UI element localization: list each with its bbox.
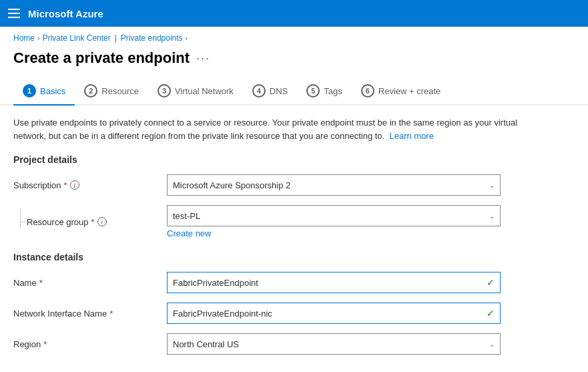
resource-group-select[interactable]: test-PL ⌄	[167, 205, 501, 226]
breadcrumb-home[interactable]: Home	[13, 33, 35, 43]
name-row: Name * FabricPrivateEndpoint ✓	[13, 272, 575, 293]
breadcrumb-sep-1: ›	[37, 34, 40, 42]
resource-group-chevron-icon: ⌄	[489, 212, 495, 220]
name-label: Name	[13, 278, 37, 288]
subscription-value: Microsoft Azure Sponsorship 2	[173, 180, 290, 190]
name-required: *	[39, 278, 43, 288]
region-select[interactable]: North Central US ⌄	[167, 333, 501, 355]
breadcrumb-pipe: |	[115, 33, 117, 43]
wizard-tab-label-3: DNS	[270, 86, 288, 96]
wizard-tab-num-2: 3	[158, 84, 171, 98]
nic-name-label-col: Network Interface Name *	[13, 309, 167, 319]
name-label-col: Name *	[13, 278, 167, 288]
wizard-tab-label-4: Tags	[324, 86, 342, 96]
breadcrumb-private-link-center[interactable]: Private Link Center	[43, 33, 111, 43]
wizard-tab-tags[interactable]: 5 Tags	[297, 77, 351, 106]
subscription-info-icon[interactable]: i	[70, 180, 79, 190]
wizard-tab-label-1: Resource	[101, 86, 139, 96]
main-content: Use private endpoints to privately conne…	[0, 106, 588, 372]
wizard-tab-label-0: Basics	[40, 86, 65, 96]
wizard-tab-num-4: 5	[306, 84, 320, 98]
learn-more-link[interactable]: Learn more	[389, 131, 433, 141]
subscription-label-col: Subscription * i	[13, 180, 167, 190]
subscription-select[interactable]: Microsoft Azure Sponsorship 2 ⌄	[167, 174, 501, 196]
topbar: Microsoft Azure	[0, 0, 588, 27]
nic-name-valid-icon: ✓	[487, 308, 495, 319]
subscription-row: Subscription * i Microsoft Azure Sponsor…	[13, 174, 575, 196]
subscription-required: *	[64, 180, 67, 190]
wizard-tab-resource[interactable]: 2 Resource	[75, 77, 148, 106]
resource-group-required: *	[91, 217, 95, 227]
wizard-tab-review-+-create[interactable]: 6 Review + create	[352, 77, 451, 106]
page-title: Create a private endpoint	[13, 49, 190, 67]
wizard-tab-num-5: 6	[361, 84, 374, 98]
region-control: North Central US ⌄	[167, 333, 501, 355]
breadcrumb: Home › Private Link Center | Private end…	[0, 27, 588, 45]
resource-group-label-col: Resource group * i	[13, 217, 167, 227]
wizard-tab-label-5: Review + create	[378, 86, 441, 96]
nic-name-value: FabricPrivateEndpoint-nic	[173, 309, 272, 319]
region-chevron-icon: ⌄	[489, 341, 495, 348]
project-details-heading: Project details	[13, 154, 575, 165]
resource-group-value: test-PL	[173, 211, 200, 221]
resource-group-label: Resource group	[27, 217, 89, 227]
nic-name-required: *	[109, 309, 113, 319]
name-input[interactable]: FabricPrivateEndpoint ✓	[167, 272, 501, 293]
hamburger-menu[interactable]	[8, 9, 20, 18]
region-required: *	[43, 339, 47, 349]
subscription-control: Microsoft Azure Sponsorship 2 ⌄	[167, 174, 501, 196]
nic-name-input[interactable]: FabricPrivateEndpoint-nic ✓	[167, 303, 501, 324]
nic-name-row: Network Interface Name * FabricPrivateEn…	[13, 303, 575, 324]
description-text: Use private endpoints to privately conne…	[13, 116, 521, 142]
region-value: North Central US	[173, 339, 239, 349]
page-title-area: Create a private endpoint ···	[0, 45, 588, 77]
breadcrumb-private-endpoints[interactable]: Private endpoints	[121, 33, 183, 43]
wizard-tab-num-0: 1	[23, 84, 36, 98]
wizard-tab-basics[interactable]: 1 Basics	[13, 77, 75, 106]
region-label-col: Region *	[13, 339, 167, 349]
resource-group-control: test-PL ⌄ Create new	[167, 205, 501, 238]
subscription-label: Subscription	[13, 180, 61, 190]
wizard-tab-num-1: 2	[84, 84, 97, 98]
instance-details-heading: Instance details	[13, 252, 575, 262]
wizard-tab-dns[interactable]: 4 DNS	[243, 77, 297, 106]
instance-details-section: Instance details Name * FabricPrivateEnd…	[13, 252, 575, 355]
wizard-tab-label-2: Virtual Network	[175, 86, 234, 96]
wizard-tab-virtual-network[interactable]: 3 Virtual Network	[148, 77, 243, 106]
create-new-resource-group-link[interactable]: Create new	[167, 228, 211, 238]
name-control: FabricPrivateEndpoint ✓	[167, 272, 501, 293]
app-title: Microsoft Azure	[28, 8, 103, 19]
region-label: Region	[13, 339, 41, 349]
wizard-tab-num-3: 4	[252, 84, 266, 98]
breadcrumb-sep-2: ›	[186, 34, 188, 42]
name-valid-icon: ✓	[487, 277, 495, 288]
page-title-more-options[interactable]: ···	[196, 51, 210, 65]
subscription-chevron-icon: ⌄	[489, 182, 495, 189]
project-details-section: Project details Subscription * i Microso…	[13, 154, 575, 238]
resource-group-info-icon[interactable]: i	[97, 217, 107, 226]
name-value: FabricPrivateEndpoint	[173, 278, 258, 288]
wizard-tabs: 1 Basics 2 Resource 3 Virtual Network 4 …	[0, 77, 588, 106]
resource-group-row: Resource group * i test-PL ⌄ Create new	[13, 205, 575, 238]
nic-name-label: Network Interface Name	[13, 309, 107, 319]
nic-name-control: FabricPrivateEndpoint-nic ✓	[167, 303, 501, 324]
region-row: Region * North Central US ⌄	[13, 333, 575, 355]
